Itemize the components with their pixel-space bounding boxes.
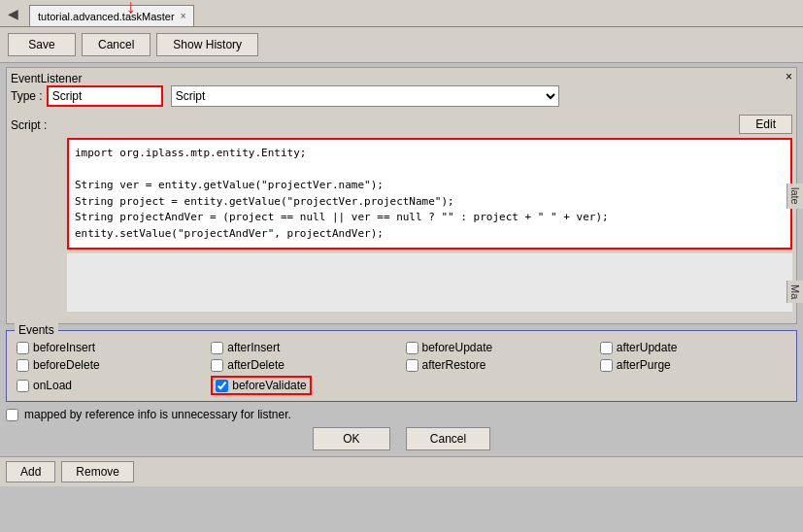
tab-label: tutorial.advanced.taskMaster bbox=[38, 11, 175, 22]
right-label-late: late bbox=[786, 183, 803, 209]
edit-btn-row: Edit bbox=[67, 115, 792, 134]
event-before-delete: beforeDelete bbox=[17, 358, 203, 372]
events-grid: beforeInsert afterInsert beforeUpdate af… bbox=[17, 341, 786, 395]
before-validate-wrapper: beforeValidate bbox=[211, 376, 312, 395]
events-section: Events beforeInsert afterInsert beforeUp… bbox=[6, 330, 797, 402]
after-delete-label: afterDelete bbox=[227, 358, 284, 372]
panel-title: EventListener bbox=[11, 72, 82, 85]
before-insert-checkbox[interactable] bbox=[17, 342, 29, 354]
after-update-checkbox[interactable] bbox=[600, 342, 613, 354]
ok-button[interactable]: OK bbox=[313, 427, 390, 450]
script-empty-area bbox=[67, 253, 792, 312]
script-label: Script : bbox=[11, 115, 59, 312]
script-section: Script : Edit import org.iplass.mtp.enti… bbox=[11, 115, 792, 312]
type-input-wrapper bbox=[47, 85, 163, 107]
mapped-checkbox[interactable] bbox=[6, 409, 18, 421]
panel-close-button[interactable]: × bbox=[786, 70, 792, 83]
main-content: EventListener × Type : Script Script : E… bbox=[0, 67, 803, 486]
after-update-label: afterUpdate bbox=[617, 341, 678, 354]
dialog-cancel-button[interactable]: Cancel bbox=[406, 427, 490, 450]
after-insert-label: afterInsert bbox=[227, 341, 280, 354]
script-code-box[interactable]: import org.iplass.mtp.entity.Entity; Str… bbox=[67, 138, 792, 249]
right-label-ma: Ma bbox=[786, 281, 803, 303]
tab-close-button[interactable]: × bbox=[181, 11, 186, 21]
edit-button[interactable]: Edit bbox=[739, 115, 792, 134]
event-before-validate: beforeValidate bbox=[211, 376, 397, 395]
before-update-checkbox[interactable] bbox=[406, 342, 418, 354]
after-purge-label: afterPurge bbox=[617, 358, 671, 372]
after-restore-checkbox[interactable] bbox=[406, 359, 418, 372]
mapped-row: mapped by reference info is unnecessary … bbox=[6, 408, 797, 421]
bottom-buttons: OK Cancel bbox=[6, 427, 797, 450]
event-before-insert: beforeInsert bbox=[17, 341, 203, 354]
bottom-toolbar: Add Remove bbox=[0, 456, 803, 486]
after-delete-checkbox[interactable] bbox=[211, 359, 223, 372]
event-after-purge: afterPurge bbox=[600, 358, 786, 372]
events-legend: Events bbox=[15, 323, 58, 337]
cancel-button[interactable]: Cancel bbox=[82, 33, 151, 56]
event-after-insert: afterInsert bbox=[211, 341, 397, 354]
event-after-update: afterUpdate bbox=[600, 341, 786, 354]
after-restore-label: afterRestore bbox=[422, 358, 486, 372]
active-tab[interactable]: tutorial.advanced.taskMaster × bbox=[29, 5, 194, 26]
tab-arrow-icon[interactable]: ◀ bbox=[8, 6, 18, 21]
type-row: Type : Script bbox=[11, 85, 792, 107]
event-before-update: beforeUpdate bbox=[406, 341, 592, 354]
event-on-load: onLoad bbox=[17, 376, 203, 395]
on-load-label: onLoad bbox=[33, 379, 72, 392]
add-button[interactable]: Add bbox=[6, 461, 55, 482]
main-toolbar: Save Cancel Show History bbox=[0, 27, 803, 63]
before-delete-label: beforeDelete bbox=[33, 358, 100, 372]
show-history-button[interactable]: Show History bbox=[156, 33, 258, 56]
type-input[interactable] bbox=[52, 89, 150, 103]
after-insert-checkbox[interactable] bbox=[211, 342, 223, 354]
tab-bar: ◀ tutorial.advanced.taskMaster × ↑ bbox=[0, 0, 803, 27]
annotation-arrow: ↑ bbox=[126, 0, 136, 20]
save-button[interactable]: Save bbox=[8, 33, 76, 56]
remove-button[interactable]: Remove bbox=[61, 461, 134, 482]
mapped-label: mapped by reference info is unnecessary … bbox=[24, 408, 291, 421]
type-select[interactable]: Script bbox=[171, 85, 559, 107]
before-delete-checkbox[interactable] bbox=[17, 359, 29, 372]
on-load-checkbox[interactable] bbox=[17, 380, 29, 392]
event-after-delete: afterDelete bbox=[211, 358, 397, 372]
before-validate-label: beforeValidate bbox=[232, 379, 307, 392]
event-listener-panel: EventListener × Type : Script Script : E… bbox=[6, 67, 797, 324]
event-after-restore: afterRestore bbox=[406, 358, 592, 372]
before-insert-label: beforeInsert bbox=[33, 341, 95, 354]
before-validate-checkbox[interactable] bbox=[216, 380, 228, 392]
type-label: Type : bbox=[11, 89, 43, 103]
script-content-area: Edit import org.iplass.mtp.entity.Entity… bbox=[67, 115, 792, 312]
after-purge-checkbox[interactable] bbox=[600, 359, 613, 372]
before-update-label: beforeUpdate bbox=[422, 341, 493, 354]
